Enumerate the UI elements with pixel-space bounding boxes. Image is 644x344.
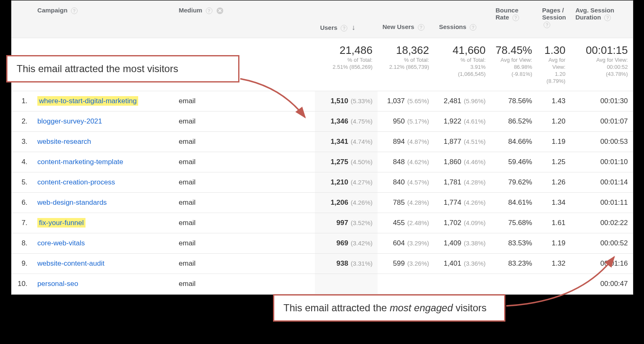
totals-users-sub2: 2.51% (856,269) bbox=[320, 64, 372, 71]
row-bounce: 79.62% bbox=[490, 172, 537, 192]
row-pps: 1.19 bbox=[537, 131, 570, 152]
totals-sess-sub3: (1,066,545) bbox=[439, 71, 485, 78]
row-bounce: 84.61% bbox=[490, 192, 537, 213]
totals-dur-sub1: Avg for View: bbox=[576, 57, 628, 64]
row-dur: 00:00:52 bbox=[571, 233, 633, 253]
row-new-users: 785(4.28%) bbox=[378, 192, 434, 213]
row-dur: 00:01:14 bbox=[571, 172, 633, 192]
row-new-users: 894(4.87%) bbox=[378, 131, 434, 152]
totals-pps-sub4: (8.79%) bbox=[542, 78, 565, 85]
totals-pps-sub2: View: bbox=[542, 64, 565, 71]
row-campaign: core-web-vitals bbox=[32, 233, 174, 253]
campaign-link[interactable]: website-content-audit bbox=[37, 259, 105, 267]
row-pps: 1.19 bbox=[537, 233, 570, 253]
totals-users-value: 21,486 bbox=[320, 44, 372, 57]
row-sessions: 1,401(3.36%) bbox=[434, 253, 490, 274]
remove-dimension-icon[interactable]: ✕ bbox=[217, 7, 223, 14]
row-campaign: content-marketing-template bbox=[32, 152, 174, 172]
help-icon[interactable]: ? bbox=[418, 24, 424, 31]
campaign-link[interactable]: website-research bbox=[37, 138, 91, 145]
sort-descending-icon[interactable]: ↓ bbox=[351, 23, 355, 31]
totals-pps-value: 1.30 bbox=[542, 44, 565, 57]
campaign-link[interactable]: content-creation-process bbox=[37, 178, 115, 186]
header-medium[interactable]: Medium ? ✕ bbox=[174, 1, 315, 38]
row-dur: 00:01:07 bbox=[571, 111, 633, 131]
row-medium: email bbox=[174, 253, 315, 274]
help-icon[interactable]: ? bbox=[512, 15, 519, 21]
table-row[interactable]: 7.fix-your-funnelemail997(3.52%)455(2.48… bbox=[12, 213, 633, 233]
header-campaign-label: Campaign bbox=[37, 7, 68, 14]
row-index: 7. bbox=[12, 213, 32, 233]
row-medium: email bbox=[174, 274, 315, 294]
row-sessions: 1,877(4.51%) bbox=[434, 131, 490, 152]
row-pps: 1.43 bbox=[537, 91, 570, 111]
header-users[interactable]: Users ? ↓ bbox=[315, 1, 377, 38]
row-new-users: 848(4.62%) bbox=[378, 152, 434, 172]
header-sessions[interactable]: Sessions ? bbox=[434, 1, 490, 38]
row-bounce: 78.56% bbox=[490, 91, 537, 111]
annotation-bottom-em: most engaged bbox=[390, 302, 453, 313]
campaign-link[interactable]: blogger-survey-2021 bbox=[37, 117, 102, 125]
totals-dur-sub2: 00:00:52 bbox=[576, 64, 628, 71]
row-dur: 00:01:10 bbox=[571, 152, 633, 172]
row-dur: 00:01:11 bbox=[571, 192, 633, 213]
table-row[interactable]: 2.blogger-survey-2021email1,346(4.75%)95… bbox=[12, 111, 633, 131]
row-dur: 00:00:53 bbox=[571, 131, 633, 152]
row-sessions: 1,774(4.26%) bbox=[434, 192, 490, 213]
header-bounce-rate[interactable]: Bounce Rate ? bbox=[490, 1, 537, 38]
annotation-top-arrow bbox=[239, 78, 310, 124]
header-avg-session-duration[interactable]: Avg. Session Duration ? bbox=[571, 1, 633, 38]
analytics-report-table: Campaign ? Medium ? ✕ Users ? ↓ New User… bbox=[11, 0, 633, 295]
row-campaign: fix-your-funnel bbox=[32, 213, 174, 233]
annotation-bottom-post: visitors bbox=[453, 302, 486, 313]
help-icon[interactable]: ? bbox=[206, 7, 212, 14]
row-bounce: 83.53% bbox=[490, 233, 537, 253]
header-medium-label: Medium bbox=[179, 7, 202, 14]
help-icon[interactable]: ? bbox=[544, 22, 550, 28]
campaign-link[interactable]: personal-seo bbox=[37, 280, 78, 288]
row-campaign: website-research bbox=[32, 131, 174, 152]
campaign-link[interactable]: web-design-standards bbox=[37, 199, 107, 206]
totals-new-value: 18,362 bbox=[383, 44, 429, 57]
header-sessions-label: Sessions bbox=[439, 23, 466, 30]
row-sessions: 1,409(3.38%) bbox=[434, 233, 490, 253]
table-row[interactable]: 4.content-marketing-templateemail1,275(4… bbox=[12, 152, 633, 172]
row-pps: 1.34 bbox=[537, 192, 570, 213]
help-icon[interactable]: ? bbox=[341, 25, 347, 31]
row-campaign: where-to-start-digital-marketing bbox=[32, 91, 174, 111]
totals-bounce-value: 78.45% bbox=[495, 44, 532, 57]
header-new-users-label: New Users bbox=[383, 23, 415, 30]
row-index: 1. bbox=[12, 91, 32, 111]
table-row[interactable]: 3.website-researchemail1,341(4.74%)894(4… bbox=[12, 131, 633, 152]
header-campaign[interactable]: Campaign ? bbox=[32, 1, 174, 38]
help-icon[interactable]: ? bbox=[71, 7, 78, 14]
row-users: 938(3.31%) bbox=[315, 253, 377, 274]
header-pages-session[interactable]: Pages / Session ? bbox=[537, 1, 570, 38]
help-icon[interactable]: ? bbox=[470, 24, 476, 31]
campaign-link[interactable]: where-to-start-digital-marketing bbox=[39, 97, 137, 105]
row-bounce: 59.46% bbox=[490, 152, 537, 172]
row-bounce: 84.66% bbox=[490, 131, 537, 152]
campaign-link[interactable]: content-marketing-template bbox=[37, 158, 123, 166]
row-index: 5. bbox=[12, 172, 32, 192]
row-sessions: 1,860(4.46%) bbox=[434, 152, 490, 172]
header-pps-label: Pages / Session bbox=[542, 7, 566, 21]
totals-bounce-sub1: Avg for View: bbox=[495, 57, 532, 64]
row-sessions: 1,702(4.09%) bbox=[434, 213, 490, 233]
totals-users-sub1: % of Total: bbox=[320, 57, 372, 64]
campaign-link[interactable]: core-web-vitals bbox=[37, 239, 85, 247]
table-row[interactable]: 8.core-web-vitalsemail969(3.42%)604(3.29… bbox=[12, 233, 633, 253]
table-row[interactable]: 5.content-creation-processemail1,210(4.2… bbox=[12, 172, 633, 192]
header-new-users[interactable]: New Users ? bbox=[378, 1, 434, 38]
row-campaign: web-design-standards bbox=[32, 192, 174, 213]
campaign-link[interactable]: fix-your-funnel bbox=[39, 219, 84, 227]
help-icon[interactable]: ? bbox=[604, 15, 611, 21]
row-medium: email bbox=[174, 192, 315, 213]
annotation-bottom: This email attracted the most engaged vi… bbox=[273, 294, 505, 322]
table-row[interactable]: 1.where-to-start-digital-marketingemail1… bbox=[12, 91, 633, 111]
totals-sess-value: 41,660 bbox=[439, 44, 485, 57]
row-new-users: 1,037(5.65%) bbox=[378, 91, 434, 111]
row-users: 1,275(4.50%) bbox=[315, 152, 377, 172]
table-row[interactable]: 6.web-design-standardsemail1,206(4.26%)7… bbox=[12, 192, 633, 213]
row-sessions bbox=[434, 274, 490, 294]
